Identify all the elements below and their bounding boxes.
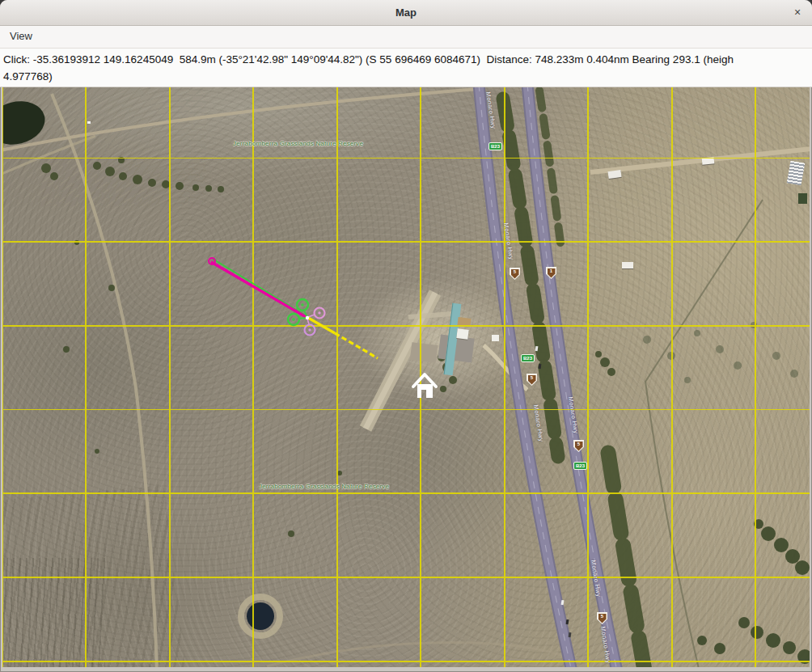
- overlay-layer: [2, 87, 810, 667]
- route-shield-b23: B23: [521, 354, 535, 362]
- status-line1: Click: -35.36193912 149.16245049 584.9m …: [3, 51, 809, 68]
- close-icon[interactable]: ×: [783, 0, 812, 25]
- km-marker-label: 5: [573, 442, 584, 446]
- window-title: Map: [0, 0, 812, 25]
- route-shield-b23: B23: [573, 462, 587, 470]
- reserve-label: Jerrabomberra Grasslands Nature Reserve: [233, 140, 363, 147]
- track-line-green: [213, 259, 307, 316]
- map-window: Map × View Click: -35.36193912 149.16245…: [0, 0, 812, 672]
- status-readout: Click: -35.36193912 149.16245049 584.9m …: [0, 49, 812, 87]
- home-icon[interactable]: [413, 374, 436, 398]
- km-marker-label: 5: [510, 269, 520, 274]
- map-canvas[interactable]: Jerrabomberra Grasslands Nature Reserve …: [2, 87, 810, 667]
- status-line2: 4.977768): [3, 68, 809, 85]
- menubar: View: [0, 26, 812, 49]
- route-shield-b23: B23: [488, 142, 502, 150]
- reserve-label: Jerrabomberra Grasslands Nature Reserve: [259, 483, 389, 490]
- map-world: Jerrabomberra Grasslands Nature Reserve …: [2, 87, 810, 667]
- menu-view[interactable]: View: [3, 26, 39, 47]
- km-marker-label: 1: [546, 268, 556, 273]
- measure-junction-point: [306, 316, 309, 319]
- km-marker-label: 5: [527, 375, 537, 380]
- measure-line-dashed: [335, 333, 378, 358]
- titlebar[interactable]: Map ×: [0, 0, 812, 26]
- track-line-magenta: [211, 262, 307, 318]
- track-start-point[interactable]: [209, 258, 215, 264]
- km-marker-label: 5: [597, 614, 607, 619]
